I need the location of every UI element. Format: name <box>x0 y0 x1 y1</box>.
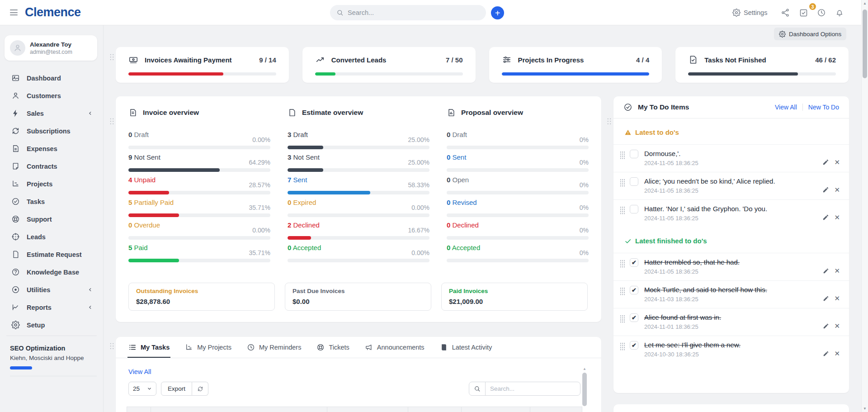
tasks-search-input[interactable] <box>486 385 580 392</box>
delete-icon[interactable]: ✕ <box>834 159 840 166</box>
share-button[interactable] <box>781 0 790 25</box>
menu-toggle-icon[interactable] <box>10 9 18 17</box>
todo-title: My To Do Items <box>638 103 689 111</box>
tab[interactable]: Tickets <box>316 337 349 358</box>
menu-item-icon <box>11 162 20 170</box>
scroll-up-arrow[interactable]: ▲ <box>582 367 587 371</box>
sidebar-menu-item[interactable]: Projects <box>0 175 103 193</box>
tab[interactable]: My Tasks <box>128 337 170 358</box>
sidebar-menu-item[interactable]: Customers <box>0 87 103 104</box>
global-search-input[interactable] <box>348 9 486 16</box>
sidebar-menu-item[interactable]: Utilities <box>0 281 103 298</box>
widget-drag-handle[interactable] <box>109 342 114 350</box>
todo-drag-handle[interactable] <box>620 260 625 268</box>
row-label: Sent <box>293 176 307 184</box>
sidebar-menu-item[interactable]: Expenses <box>0 140 103 157</box>
tasks-scrollbar[interactable]: ▲ <box>582 367 587 412</box>
sidebar-menu-item[interactable]: Setup <box>0 316 103 334</box>
overview-title: Estimate overview <box>302 109 363 117</box>
overview-row: 5 Partially Paid 35.71% <box>128 199 270 217</box>
tasks-view-all-link[interactable]: View All <box>128 368 151 375</box>
todo-drag-handle[interactable] <box>620 315 625 323</box>
todo-drag-handle[interactable] <box>620 206 625 215</box>
topbar: Clemence + Settings 3 <box>0 0 868 25</box>
edit-icon[interactable] <box>822 159 829 166</box>
todo-drag-handle[interactable] <box>620 287 625 296</box>
tab[interactable]: Latest Activity <box>440 337 492 358</box>
tasks-search[interactable] <box>469 382 580 396</box>
delete-icon[interactable]: ✕ <box>834 186 840 193</box>
dashboard-options-button[interactable]: Dashboard Options <box>774 28 846 40</box>
page-size-select[interactable]: 25 <box>128 382 156 396</box>
quick-add-button[interactable]: + <box>491 6 504 19</box>
user-profile-card[interactable]: Alexandre Toy admin@test.com <box>5 35 97 61</box>
edit-icon[interactable] <box>823 323 829 329</box>
brand-logo: Clemence <box>25 0 81 24</box>
settings-button[interactable]: Settings <box>732 0 767 25</box>
notifications-button[interactable] <box>835 0 844 25</box>
timers-button[interactable] <box>817 0 826 25</box>
refresh-button[interactable] <box>192 382 208 396</box>
edit-icon[interactable] <box>823 295 829 302</box>
row-progress-fill <box>288 236 311 240</box>
todo-checkbox-checked[interactable]: ✔ <box>630 286 638 294</box>
menu-item-label: Contracts <box>27 163 57 170</box>
row-percent: 0% <box>580 227 589 234</box>
row-percent: 0.00% <box>411 249 429 256</box>
edit-icon[interactable] <box>822 214 829 221</box>
widget-drag-handle[interactable] <box>109 118 114 125</box>
scroll-up-arrow[interactable]: ▲ <box>862 1 868 5</box>
todo-view-all-link[interactable]: View All <box>775 104 797 111</box>
edit-icon[interactable] <box>822 186 829 193</box>
delete-icon[interactable]: ✕ <box>834 214 840 221</box>
todo-checkbox-checked[interactable]: ✔ <box>630 313 638 322</box>
widget-drag-handle[interactable] <box>607 118 612 125</box>
todo-drag-handle[interactable] <box>620 342 625 351</box>
sidebar-project-summary[interactable]: SEO Optimization Kiehn, Mosciski and Hop… <box>6 336 97 376</box>
delete-icon[interactable]: ✕ <box>834 267 840 274</box>
tab[interactable]: My Projects <box>185 337 231 358</box>
stat-progress-fill <box>128 72 223 76</box>
sidebar-menu-item[interactable]: Leads <box>0 228 103 246</box>
delete-icon[interactable]: ✕ <box>834 350 840 357</box>
sidebar-menu-item[interactable]: Support <box>0 210 103 228</box>
tab[interactable]: My Reminders <box>247 337 301 358</box>
row-label: Not Sent <box>134 153 160 161</box>
overview-row: 0 Open 0% <box>447 176 589 194</box>
sidebar-menu-item[interactable]: Contracts <box>0 157 103 175</box>
sidebar-menu-item[interactable]: Tasks <box>0 193 103 210</box>
global-search[interactable] <box>330 5 486 20</box>
todo-checkbox[interactable] <box>630 150 638 158</box>
sidebar-menu-item[interactable]: Knowledge Base <box>0 263 103 281</box>
widget-drag-handle[interactable] <box>109 53 114 61</box>
sidebar-menu-item[interactable]: Estimate Request <box>0 246 103 263</box>
edit-icon[interactable] <box>823 268 829 274</box>
todo-notifications-button[interactable] <box>799 0 808 25</box>
todo-drag-handle[interactable] <box>620 151 625 160</box>
sidebar-menu-item[interactable]: Dashboard <box>0 69 103 87</box>
stat-card-label: Invoices Awaiting Payment <box>145 56 253 64</box>
tab[interactable]: Announcements <box>365 337 425 358</box>
todo-checkbox-checked[interactable]: ✔ <box>630 341 638 350</box>
user-icon <box>13 43 22 52</box>
export-button[interactable]: Export <box>161 382 192 396</box>
sidebar-menu-item[interactable]: Reports <box>0 298 103 316</box>
sidebar-menu-item[interactable]: Sales <box>0 104 103 122</box>
delete-icon[interactable]: ✕ <box>834 322 840 329</box>
invoice-overview-column: Invoice overview 0 Draft 0.00% 9 N <box>128 108 270 266</box>
scrollbar-thumb[interactable] <box>582 373 587 406</box>
page-scrollbar[interactable]: ▲ ▼ <box>861 0 868 412</box>
todo-checkbox-checked[interactable]: ✔ <box>630 258 638 267</box>
scrollbar-thumb[interactable] <box>863 9 867 78</box>
edit-icon[interactable] <box>823 350 829 357</box>
todo-drag-handle[interactable] <box>620 179 625 187</box>
row-percent: 0.00% <box>411 204 429 211</box>
todo-checkbox[interactable] <box>630 177 638 186</box>
new-todo-link[interactable]: New To Do <box>808 104 839 111</box>
row-count: 4 <box>128 176 132 184</box>
todo-checkbox[interactable] <box>630 205 638 213</box>
sidebar-menu-item[interactable]: Subscriptions <box>0 122 103 140</box>
delete-icon[interactable]: ✕ <box>834 295 840 302</box>
scroll-down-arrow[interactable]: ▼ <box>862 407 868 411</box>
menu-item-icon <box>11 303 20 312</box>
